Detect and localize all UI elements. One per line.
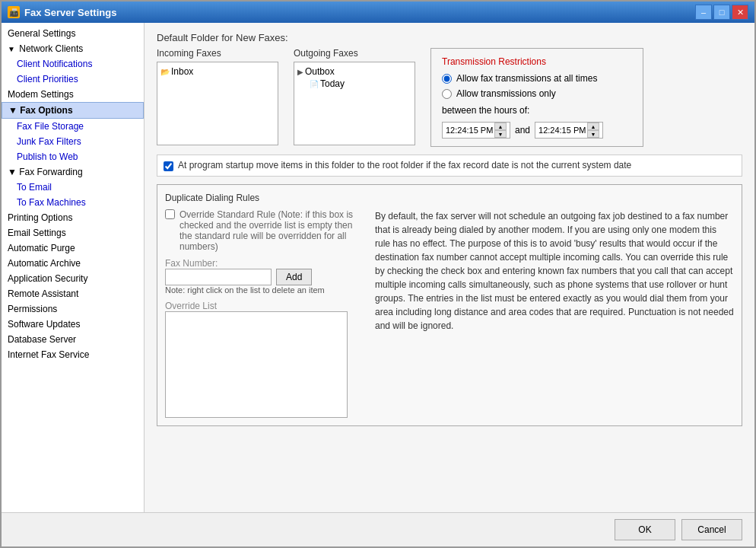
sidebar-item-automatic-archive[interactable]: Automatic Archive <box>2 256 144 271</box>
fax-num-section: Fax Number: Add Note: right click on the… <box>165 258 363 295</box>
outbox-item[interactable]: ▶ Outbox <box>297 65 411 78</box>
override-checkbox[interactable] <box>165 209 175 219</box>
dup-dial-box: Duplicate Dialing Rules Override Standar… <box>157 184 742 426</box>
override-label: Override Standard Rule (Note: if this bo… <box>179 209 363 252</box>
bottom-bar: OK Cancel <box>2 512 754 546</box>
incoming-tree[interactable]: 📂 Inbox <box>157 62 278 145</box>
inbox-item[interactable]: 📂 Inbox <box>160 65 275 78</box>
dup-dial-title: Duplicate Dialing Rules <box>165 193 734 203</box>
content-area: General Settings ▼ Network Clients Clien… <box>2 23 754 512</box>
folders-row: Incoming Faxes 📂 Inbox Outgoing Faxes <box>157 48 742 147</box>
sidebar-item-remote-assistant[interactable]: Remote Assistant <box>2 286 144 301</box>
override-list-label: Override List <box>165 301 363 311</box>
sidebar-item-fax-forwarding[interactable]: ▼ Fax Forwarding <box>2 164 144 180</box>
startup-checkbox[interactable] <box>164 161 173 171</box>
sidebar-item-modem-settings[interactable]: Modem Settings <box>2 87 144 102</box>
fax-number-label: Fax Number: <box>165 258 363 269</box>
sidebar-item-software-updates[interactable]: Software Updates <box>2 317 144 332</box>
dup-dial-left: Override Standard Rule (Note: if this bo… <box>165 209 363 418</box>
sidebar-item-permissions[interactable]: Permissions <box>2 301 144 317</box>
cancel-button[interactable]: Cancel <box>681 519 742 540</box>
sidebar-item-email-settings[interactable]: Email Settings <box>2 225 144 241</box>
time-value-2: 12:24:15 PM <box>538 126 586 135</box>
subfolder-icon: 📄 <box>310 80 319 88</box>
sidebar-item-printing-options[interactable]: Printing Options <box>2 210 144 225</box>
sidebar-item-client-notifications[interactable]: Client Notifications <box>2 56 144 72</box>
folder-icon: 📂 <box>160 68 170 76</box>
window-title: Fax Server Settings <box>24 7 116 18</box>
fax-num-row: Add <box>165 269 363 285</box>
title-bar: 📠 Fax Server Settings – □ ✕ <box>2 2 754 23</box>
outgoing-faxes-box: Outgoing Faxes ▶ Outbox 📄 Today <box>294 48 415 145</box>
sidebar-item-network-clients[interactable]: ▼ Network Clients <box>2 41 144 56</box>
default-folder-section: Default Folder for New Faxes: Incoming F… <box>157 32 742 147</box>
default-folder-title: Default Folder for New Faxes: <box>157 32 742 43</box>
incoming-label: Incoming Faxes <box>157 48 278 59</box>
spin-btns-1: ▲ ▼ <box>494 123 507 138</box>
transmission-box: Transmission Restrictions Allow fax tran… <box>430 48 643 147</box>
dup-dial-content: Override Standard Rule (Note: if this bo… <box>165 209 734 418</box>
sidebar-item-junk-fax-filters[interactable]: Junk Fax Filters <box>2 134 144 149</box>
allow-all-radio[interactable] <box>442 74 452 84</box>
time-value-1: 12:24:15 PM <box>446 126 493 135</box>
spin-down-2[interactable]: ▼ <box>587 130 599 138</box>
ok-button[interactable]: OK <box>615 519 675 540</box>
radio-row-1: Allow fax transmissions at all times <box>442 73 632 84</box>
time-input-2[interactable]: 12:24:15 PM ▲ ▼ <box>535 122 603 139</box>
spin-up-2[interactable]: ▲ <box>587 123 599 130</box>
sidebar-item-publish-to-web[interactable]: Publish to Web <box>2 149 144 164</box>
allow-only-label: Allow transmissions only <box>456 88 556 99</box>
radio-row-2: Allow transmissions only <box>442 88 632 99</box>
time-input-1[interactable]: 12:24:15 PM ▲ ▼ <box>442 122 510 139</box>
outbox-label: Outbox <box>305 66 335 77</box>
override-row: Override Standard Rule (Note: if this bo… <box>165 209 363 252</box>
sidebar: General Settings ▼ Network Clients Clien… <box>2 23 145 512</box>
minimize-button[interactable]: – <box>695 5 712 20</box>
override-list-box[interactable] <box>165 311 348 418</box>
note-text: Note: right click on the list to delete … <box>165 285 363 295</box>
override-list-section: Override List <box>165 301 363 418</box>
spin-down-1[interactable]: ▼ <box>494 130 507 138</box>
title-bar-left: 📠 Fax Server Settings <box>8 6 116 18</box>
and-label: and <box>515 125 530 135</box>
spin-btns-2: ▲ ▼ <box>587 123 599 138</box>
allow-all-label: Allow fax transmissions at all times <box>456 73 597 84</box>
sidebar-item-general-settings[interactable]: General Settings <box>2 26 144 41</box>
incoming-faxes-box: Incoming Faxes 📂 Inbox <box>157 48 278 145</box>
app-icon: 📠 <box>8 6 20 18</box>
dup-dial-description: By default, the fax server will not sche… <box>375 209 734 418</box>
between-hours-label: between the hours of: <box>442 105 529 116</box>
sidebar-item-to-fax-machines[interactable]: To Fax Machines <box>2 195 144 210</box>
close-button[interactable]: ✕ <box>732 5 748 20</box>
time-row: 12:24:15 PM ▲ ▼ and 12:24:15 PM ▲ <box>442 122 632 139</box>
folder-expand-icon: ▶ <box>297 68 303 76</box>
add-button[interactable]: Add <box>276 269 312 285</box>
startup-checkbox-label: At program startup move items in this fo… <box>178 160 631 170</box>
title-bar-controls: – □ ✕ <box>695 5 748 20</box>
today-label: Today <box>320 78 345 89</box>
sidebar-item-to-email[interactable]: To Email <box>2 180 144 195</box>
spin-up-1[interactable]: ▲ <box>494 123 507 130</box>
sidebar-item-internet-fax-service[interactable]: Internet Fax Service <box>2 347 144 362</box>
fax-number-input[interactable] <box>165 269 272 285</box>
today-item[interactable]: 📄 Today <box>297 78 411 90</box>
sidebar-item-client-priorities[interactable]: Client Priorities <box>2 72 144 87</box>
startup-checkbox-row: At program startup move items in this fo… <box>157 155 742 177</box>
hours-row: between the hours of: <box>442 105 632 116</box>
allow-only-radio[interactable] <box>442 89 452 99</box>
transmission-title: Transmission Restrictions <box>442 56 632 67</box>
sidebar-item-automatic-purge[interactable]: Automatic Purge <box>2 241 144 256</box>
maximize-button[interactable]: □ <box>713 5 730 20</box>
sidebar-item-application-security[interactable]: Application Security <box>2 271 144 286</box>
sidebar-item-fax-options[interactable]: ▼ Fax Options <box>2 102 144 119</box>
sidebar-item-database-server[interactable]: Database Server <box>2 332 144 347</box>
main-window: 📠 Fax Server Settings – □ ✕ General Sett… <box>0 0 756 548</box>
outgoing-tree[interactable]: ▶ Outbox 📄 Today <box>294 62 415 145</box>
inbox-label: Inbox <box>171 66 193 77</box>
outgoing-label: Outgoing Faxes <box>294 48 415 59</box>
main-panel: Default Folder for New Faxes: Incoming F… <box>145 23 754 512</box>
sidebar-item-fax-file-storage[interactable]: Fax File Storage <box>2 119 144 134</box>
